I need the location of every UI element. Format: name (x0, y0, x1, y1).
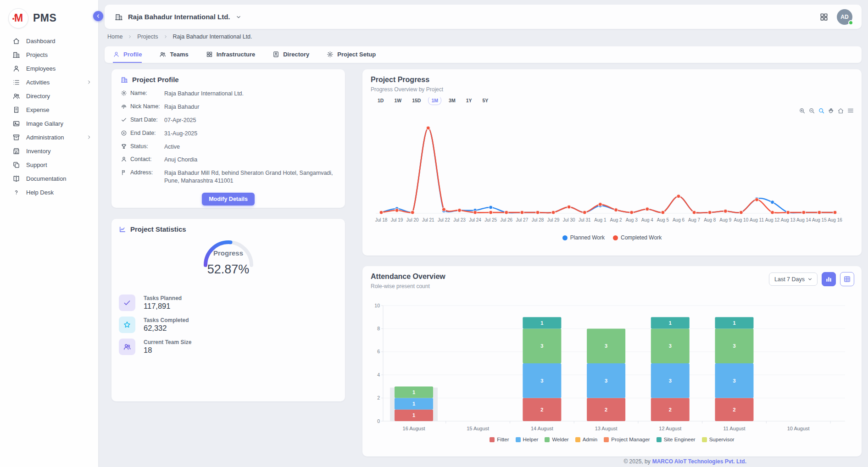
tab-profile[interactable]: Profile (113, 46, 142, 63)
legend-site-engineer[interactable]: Site Engineer (657, 437, 696, 442)
sidebar-item-documentation[interactable]: Documentation (0, 172, 98, 185)
svg-text:13 August: 13 August (595, 426, 618, 431)
legend-fitter[interactable]: Fitter (490, 437, 509, 442)
legend-planned-work[interactable]: Planned Work (562, 234, 605, 241)
table-view-toggle[interactable] (840, 272, 854, 286)
tab-infrastructure[interactable]: Infrastructure (206, 46, 256, 63)
legend-admin[interactable]: Admin (575, 437, 598, 442)
svg-text:Jul 20: Jul 20 (406, 217, 419, 222)
store-icon (12, 147, 20, 155)
breadcrumb-item-home[interactable]: Home (107, 33, 122, 40)
field-label: Address: (130, 169, 164, 176)
stat-label: Tasks Completed (144, 317, 189, 323)
legend-supervisor[interactable]: Supervisor (702, 437, 734, 442)
svg-text:16 August: 16 August (403, 426, 425, 431)
date-range-select[interactable]: Last 7 Days (769, 272, 818, 286)
svg-text:1: 1 (412, 401, 415, 406)
range-button-15d[interactable]: 15D (409, 96, 424, 105)
legend-welder[interactable]: Welder (545, 437, 568, 442)
modify-details-button[interactable]: Modify Details (202, 193, 255, 206)
svg-text:4: 4 (377, 372, 380, 378)
profile-field-nick-name: Nick Name:Raja Bahadur (121, 103, 336, 111)
sidebar-collapse-button[interactable] (93, 11, 103, 21)
sidebar-item-label: Inventory (26, 148, 50, 155)
legend-color-swatch (702, 437, 707, 442)
legend-label: Helper (523, 437, 539, 442)
sidebar-item-help-desk[interactable]: Help Desk (0, 185, 98, 199)
legend-color-swatch (604, 437, 609, 442)
range-button-1m[interactable]: 1M (428, 96, 441, 105)
legend-label: Project Manager (611, 437, 650, 442)
tab-teams[interactable]: Teams (159, 46, 188, 63)
person-icon (12, 65, 20, 72)
sidebar-item-label: Expense (26, 106, 50, 113)
svg-text:15 August: 15 August (467, 426, 489, 431)
svg-text:3: 3 (733, 343, 735, 349)
field-value: Anuj Chordia (164, 156, 336, 164)
legend-helper[interactable]: Helper (516, 437, 539, 442)
tab-label: Directory (283, 51, 309, 58)
company-link[interactable]: MARCO AIoT Technologies Pvt. Ltd. (652, 458, 746, 465)
svg-text:10: 10 (374, 303, 380, 308)
sidebar-item-activities[interactable]: Activities (0, 75, 98, 89)
people-icon (12, 92, 20, 100)
tab-label: Profile (123, 51, 142, 58)
sidebar-item-employees[interactable]: Employees (0, 61, 98, 75)
logo-mark-icon: M (8, 8, 28, 28)
range-button-5y[interactable]: 5Y (479, 96, 491, 105)
range-button-1d[interactable]: 1D (374, 96, 387, 105)
book-icon (12, 175, 20, 183)
field-label: Status: (130, 143, 164, 150)
stat-tasks-completed: Tasks Completed62,332 (119, 317, 338, 333)
stat-value: 18 (144, 346, 191, 355)
app-logo[interactable]: M PMS (0, 0, 98, 30)
sidebar-item-label: Dashboard (26, 38, 56, 44)
copy-icon (12, 161, 20, 169)
range-button-1w[interactable]: 1W (391, 96, 405, 105)
sidebar-item-directory[interactable]: Directory (0, 89, 98, 103)
question-icon (12, 189, 20, 196)
range-button-3m[interactable]: 3M (445, 96, 459, 105)
apps-grid-button[interactable] (819, 12, 829, 22)
progress-line-chart[interactable]: Jul 18Jul 19Jul 20Jul 21Jul 22Jul 23Jul … (370, 111, 854, 227)
tab-directory[interactable]: Directory (273, 46, 309, 63)
profile-card-title: Project Profile (132, 76, 179, 83)
date-range-value: Last 7 Days (774, 276, 805, 283)
sidebar-item-inventory[interactable]: Inventory (0, 144, 98, 158)
sidebar-item-dashboard[interactable]: Dashboard (0, 34, 98, 48)
sidebar-item-administration[interactable]: Administration (0, 130, 98, 144)
svg-text:Aug 11: Aug 11 (750, 217, 764, 222)
field-value: Raja Bahadur Mill Rd, behind Sheraton Gr… (164, 169, 336, 185)
sidebar-item-support[interactable]: Support (0, 158, 98, 172)
field-label: Start Date: (130, 117, 164, 123)
svg-text:2: 2 (669, 407, 672, 412)
legend-project-manager[interactable]: Project Manager (604, 437, 650, 442)
receipt-icon (12, 106, 20, 114)
avatar-initials: AD (840, 14, 848, 20)
footer: © 2025, by MARCO AIoT Technologies Pvt. … (623, 458, 746, 465)
attendance-overview-card: Attendance Overview Role-wise present co… (362, 266, 862, 456)
bar-view-toggle[interactable] (822, 272, 836, 286)
building-icon (115, 13, 123, 21)
bar-chart-legend: FitterHelperWelderAdminProject ManagerSi… (362, 437, 862, 442)
user-avatar[interactable]: AD (837, 9, 852, 25)
tab-project-setup[interactable]: Project Setup (327, 46, 376, 63)
breadcrumb-separator-icon (163, 34, 168, 39)
trophy-icon (121, 143, 130, 150)
svg-text:14 August: 14 August (531, 426, 553, 431)
legend-completed-work[interactable]: Completed Work (613, 234, 662, 241)
range-button-1y[interactable]: 1Y (463, 96, 475, 105)
attendance-bar-chart[interactable]: 024681011116 August15 August233114 Augus… (370, 300, 854, 434)
sidebar-item-expense[interactable]: Expense (0, 103, 98, 117)
svg-text:Jul 27: Jul 27 (516, 217, 529, 222)
chevron-right-icon (86, 134, 92, 140)
archive-icon (12, 133, 20, 141)
person-icon (113, 51, 120, 58)
stat-value: 117,891 (144, 302, 182, 311)
sidebar-item-image-gallary[interactable]: Image Gallary (0, 117, 98, 130)
chevron-down-icon (235, 14, 242, 20)
sidebar-item-projects[interactable]: Projects (0, 48, 98, 61)
breadcrumb-item-projects[interactable]: Projects (137, 33, 158, 40)
svg-text:11 August: 11 August (723, 426, 745, 431)
company-selector[interactable]: Raja Bahadur International Ltd. (115, 13, 242, 21)
